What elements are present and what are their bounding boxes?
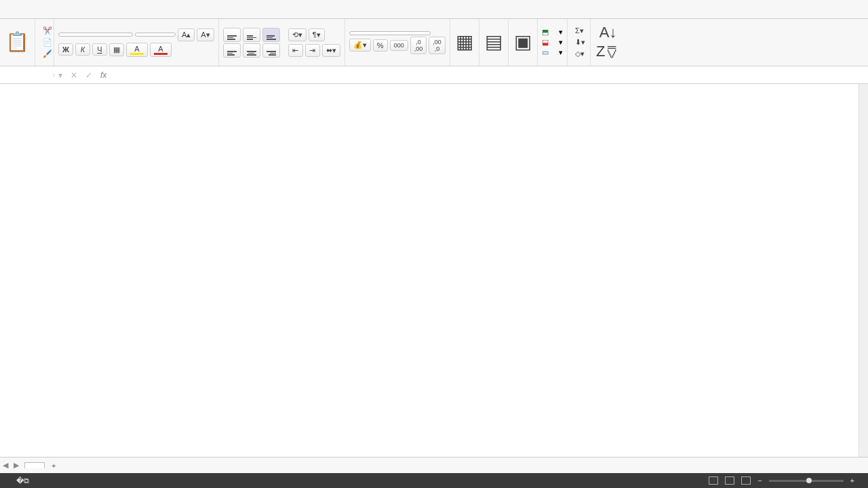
paste-group[interactable]: 📋: [0, 19, 35, 66]
normal-view-button[interactable]: [709, 476, 718, 485]
align-bottom-button[interactable]: [262, 28, 280, 42]
cells-group: ⬒ ▾ ⬓ ▾ ▭ ▾: [538, 19, 568, 66]
delete-cells-button[interactable]: ⬓ ▾: [542, 38, 563, 47]
align-right-button[interactable]: [262, 43, 280, 58]
worksheet[interactable]: [0, 84, 868, 457]
font-color-button[interactable]: А: [150, 43, 172, 57]
align-center-button[interactable]: [243, 43, 260, 58]
ribbon: 📋 ✂️ 📄 🖌️ A▴ A▾ Ж К Ч ▦ А А ⟲▾ ¶▾: [0, 19, 868, 66]
cell-styles-icon: ▣: [514, 33, 532, 52]
macro-record-icon[interactable]: �⧉: [16, 476, 29, 485]
fill-color-button[interactable]: А: [126, 43, 148, 57]
wrap-text-button[interactable]: ¶▾: [309, 28, 325, 41]
increase-font-button[interactable]: A▴: [178, 28, 195, 41]
decrease-decimal-button[interactable]: ,00,0: [429, 37, 446, 54]
italic-button[interactable]: К: [75, 43, 90, 56]
sheet-nav-next[interactable]: ▶: [11, 461, 22, 470]
orientation-button[interactable]: ⟲▾: [288, 28, 307, 41]
fill-button[interactable]: ⬇▾: [572, 37, 587, 48]
font-size-select[interactable]: [135, 33, 176, 37]
bold-button[interactable]: Ж: [58, 43, 73, 56]
decrease-font-button[interactable]: A▾: [197, 28, 214, 41]
page-break-view-button[interactable]: [741, 476, 751, 485]
status-bar: �⧉ − +: [0, 473, 868, 488]
sheet-tabs-bar: ◀ ▶ +: [0, 457, 868, 473]
format-painter-button[interactable]: 🖌️: [39, 48, 54, 60]
increase-indent-button[interactable]: ⇥: [305, 44, 320, 57]
conditional-format-icon: ▦: [456, 33, 473, 52]
autosum-button[interactable]: Σ▾: [572, 25, 587, 37]
number-group: 💰▾ % 000 ,0,00 ,00,0: [345, 19, 450, 66]
decrease-indent-button[interactable]: ⇤: [288, 44, 303, 57]
cancel-formula-button[interactable]: ✕: [66, 70, 81, 80]
clear-button[interactable]: ◇▾: [572, 48, 587, 60]
conditional-format-button[interactable]: ▦: [450, 19, 479, 66]
zoom-slider[interactable]: [769, 480, 844, 482]
cut-button[interactable]: ✂️: [39, 25, 54, 37]
vertical-scrollbar[interactable]: [859, 84, 868, 457]
format-as-table-button[interactable]: ▤: [479, 19, 509, 66]
alignment-group: ⟲▾ ¶▾ ⇤ ⇥ ⬌▾: [219, 19, 345, 66]
paste-icon: 📋: [5, 33, 29, 52]
align-middle-button[interactable]: [243, 28, 260, 42]
align-top-button[interactable]: [223, 28, 241, 42]
comma-button[interactable]: 000: [390, 40, 408, 51]
merge-button[interactable]: ⬌▾: [322, 44, 340, 57]
align-left-button[interactable]: [223, 43, 241, 58]
namebox-dropdown-icon[interactable]: ▾: [54, 70, 66, 80]
copy-button[interactable]: 📄: [39, 37, 54, 48]
sort-filter-icon: A↓Z⩢: [596, 23, 620, 61]
format-cells-button[interactable]: ▭ ▾: [542, 48, 563, 57]
sheet-tab[interactable]: [24, 462, 45, 468]
underline-button[interactable]: Ч: [92, 43, 107, 56]
border-button[interactable]: ▦: [109, 43, 124, 56]
cell-styles-button[interactable]: ▣: [509, 19, 538, 66]
formula-bar: ▾ ✕ ✓ fx: [0, 66, 868, 84]
fx-icon[interactable]: fx: [96, 70, 111, 80]
sheet-nav-prev[interactable]: ◀: [0, 461, 11, 470]
insert-cells-button[interactable]: ⬒ ▾: [542, 28, 563, 37]
name-box[interactable]: [0, 73, 54, 77]
font-group: A▴ A▾ Ж К Ч ▦ А А: [54, 19, 219, 66]
menu-tabs: [0, 0, 868, 19]
sort-filter-button[interactable]: A↓Z⩢: [591, 19, 625, 66]
number-format-select[interactable]: [349, 31, 431, 35]
increase-decimal-button[interactable]: ,0,00: [410, 37, 427, 54]
page-layout-view-button[interactable]: [725, 476, 734, 485]
currency-button[interactable]: 💰▾: [349, 39, 371, 52]
formula-input[interactable]: [111, 68, 868, 82]
add-sheet-button[interactable]: +: [45, 459, 62, 472]
zoom-out-button[interactable]: −: [757, 476, 762, 485]
percent-button[interactable]: %: [373, 39, 388, 52]
format-table-icon: ▤: [485, 33, 502, 52]
zoom-in-button[interactable]: +: [850, 476, 854, 485]
editing-group: Σ▾ ⬇▾ ◇▾: [568, 19, 591, 66]
clipboard-extra: ✂️ 📄 🖌️: [35, 19, 54, 66]
font-name-select[interactable]: [58, 33, 133, 37]
enter-formula-button[interactable]: ✓: [81, 70, 96, 80]
